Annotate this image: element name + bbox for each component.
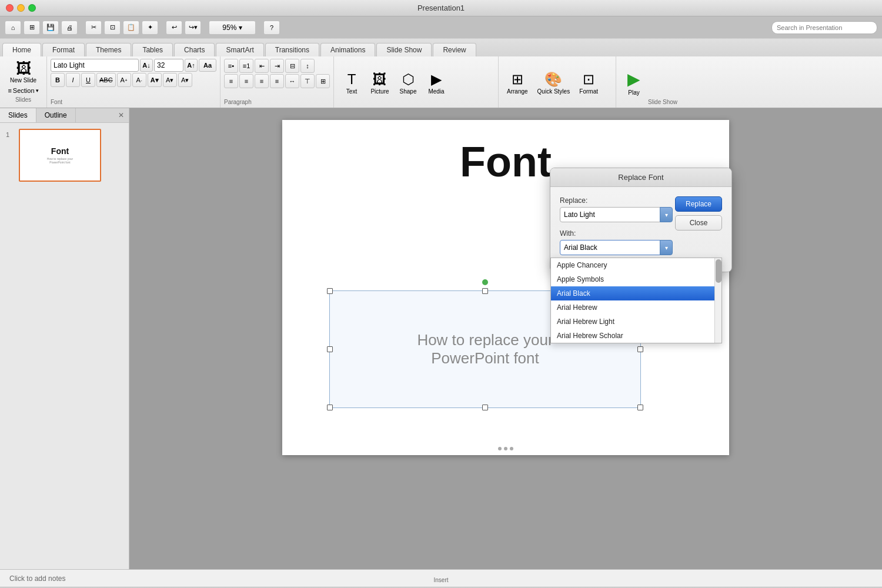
qt-redo-btn[interactable]: ↪▾: [185, 21, 201, 35]
numbered-list-btn[interactable]: ≡1: [239, 59, 253, 73]
replace-font-dialog[interactable]: Replace Font Replace Close Replace: Lato…: [550, 168, 732, 272]
close-dialog-button[interactable]: Close: [675, 215, 722, 230]
qt-home-btn[interactable]: ⌂: [5, 21, 21, 35]
font-scrollbar[interactable]: [714, 258, 721, 343]
font-name-input[interactable]: [51, 59, 139, 72]
tab-format[interactable]: Format: [42, 43, 85, 56]
subtitle-line1: How to replace your: [417, 331, 553, 349]
slideshow-group-label: Slide Show: [648, 98, 677, 108]
qt-help-btn[interactable]: ?: [263, 21, 280, 35]
tab-animations[interactable]: Animations: [320, 43, 375, 56]
handle-tl[interactable]: [327, 288, 333, 294]
tab-slideshow[interactable]: Slide Show: [376, 43, 432, 56]
font-size-decrease-btn[interactable]: A↓: [140, 59, 153, 72]
dot-1: [498, 447, 502, 450]
tab-tables[interactable]: Tables: [132, 43, 173, 56]
text-button[interactable]: T Text: [338, 69, 366, 97]
separator4: [259, 22, 260, 34]
qt-grid-btn[interactable]: ⊞: [24, 21, 40, 35]
font-dropdown[interactable]: Apple Chancery Apple Symbols Arial Black…: [550, 258, 722, 343]
tab-charts[interactable]: Charts: [174, 43, 215, 56]
media-button[interactable]: ▶ Media: [422, 69, 450, 97]
font-item-arial-hebrew-light[interactable]: Arial Hebrew Light: [551, 315, 721, 329]
handle-bl[interactable]: [327, 405, 333, 410]
section-button[interactable]: ≡ Section ▾: [5, 86, 41, 95]
new-slide-button[interactable]: 🖼 New Slide: [8, 59, 39, 85]
handle-tm[interactable]: [482, 288, 488, 294]
tab-home[interactable]: Home: [2, 43, 41, 56]
font-item-arial-black[interactable]: Arial Black: [551, 286, 721, 300]
increase-indent-btn[interactable]: ⇥: [270, 59, 284, 73]
quick-styles-button[interactable]: 🎨 Quick Styles: [533, 69, 575, 97]
handle-bm[interactable]: [482, 405, 488, 410]
strikethrough-btn[interactable]: ABC: [96, 73, 116, 87]
tab-review[interactable]: Review: [433, 43, 476, 56]
replace-button[interactable]: Replace: [675, 196, 722, 212]
paragraph-group-label: Paragraph: [224, 98, 252, 108]
handle-mr[interactable]: [637, 346, 643, 352]
smart-layout-btn[interactable]: ⊞: [316, 74, 330, 88]
play-button[interactable]: ▶ Play: [620, 68, 648, 99]
bullet-list-btn[interactable]: ≡•: [224, 59, 238, 73]
qt-save-btn[interactable]: 💾: [42, 21, 59, 35]
handle-br[interactable]: [637, 405, 643, 410]
font-list: Apple Chancery Apple Symbols Arial Black…: [551, 258, 721, 343]
outline-tab[interactable]: Outline: [36, 108, 76, 122]
replace-value: Lato Light: [560, 207, 660, 222]
font-size-increase-btn[interactable]: A↑: [185, 59, 198, 72]
bold-btn[interactable]: B: [51, 73, 65, 87]
search-input[interactable]: [771, 21, 877, 34]
text-direction-btn[interactable]: ↔: [285, 74, 299, 88]
slides-panel-tabs: Slides Outline ✕: [0, 108, 129, 123]
font-item-arial-hebrew-scholar[interactable]: Arial Hebrew Scholar: [551, 329, 721, 343]
qt-zoom-btn[interactable]: 95% ▾: [209, 21, 256, 35]
qt-copy-btn[interactable]: ⊡: [104, 21, 121, 35]
font-item-apple-chancery[interactable]: Apple Chancery: [551, 258, 721, 272]
decrease-indent-btn[interactable]: ⇤: [255, 59, 269, 73]
align-left-btn[interactable]: ≡: [224, 74, 238, 88]
minimize-button[interactable]: [17, 4, 25, 12]
qt-undo-btn[interactable]: ↩: [166, 21, 182, 35]
format-more-button[interactable]: ⊡ Format: [574, 69, 603, 97]
maximize-button[interactable]: [28, 4, 36, 12]
tab-smartart[interactable]: SmartArt: [216, 43, 263, 56]
picture-button[interactable]: 🖼 Picture: [366, 69, 394, 97]
rotation-handle[interactable]: [482, 279, 488, 285]
dialog-body: Replace Close Replace: Lato Light ▾ With…: [550, 187, 731, 272]
handle-ml[interactable]: [327, 346, 333, 352]
replace-dropdown-arrow[interactable]: ▾: [660, 207, 673, 222]
qt-paste-btn[interactable]: 📋: [123, 21, 139, 35]
clear-formatting-btn[interactable]: Aa: [199, 59, 216, 72]
shape-button[interactable]: ⬡ Shape: [394, 69, 422, 97]
columns-btn[interactable]: ⊟: [285, 59, 299, 73]
with-dropdown-arrow[interactable]: ▾: [660, 240, 673, 255]
font-item-arial-hebrew[interactable]: Arial Hebrew: [551, 300, 721, 315]
font-size-input[interactable]: [154, 59, 183, 72]
close-button[interactable]: [6, 4, 14, 12]
arrange-button[interactable]: ⊞ Arrange: [502, 69, 533, 97]
align-center-btn[interactable]: ≡: [239, 74, 253, 88]
slide-thumbnail-1[interactable]: Font How to replace yourPowerPoint font: [19, 129, 101, 182]
qt-print-btn[interactable]: 🖨: [61, 21, 78, 35]
font-item-apple-symbols[interactable]: Apple Symbols: [551, 272, 721, 286]
align-right-btn[interactable]: ≡: [255, 74, 269, 88]
superscript-btn[interactable]: A+: [117, 73, 131, 87]
font-glow-btn[interactable]: A▾: [178, 73, 192, 87]
underline-btn[interactable]: U: [81, 73, 95, 87]
tab-bar: Home Format Themes Tables Charts SmartAr…: [0, 39, 882, 56]
qt-format-btn[interactable]: ✦: [142, 21, 158, 35]
align-justify-btn[interactable]: ≡: [270, 74, 284, 88]
qt-cut-btn[interactable]: ✂: [85, 21, 102, 35]
slides-tab[interactable]: Slides: [0, 108, 36, 122]
font-color-btn[interactable]: A▾: [148, 73, 162, 87]
dot-3: [510, 447, 513, 450]
picture-label: Picture: [370, 88, 389, 95]
tab-themes[interactable]: Themes: [86, 43, 131, 56]
vert-align-btn[interactable]: ⊤: [300, 74, 315, 88]
tab-transitions[interactable]: Transitions: [265, 43, 319, 56]
subscript-btn[interactable]: A-: [132, 73, 146, 87]
italic-btn[interactable]: I: [66, 73, 80, 87]
slides-panel-close[interactable]: ✕: [113, 108, 129, 122]
line-spacing-btn[interactable]: ↕: [300, 59, 315, 73]
highlight-btn[interactable]: A▾: [163, 73, 177, 87]
